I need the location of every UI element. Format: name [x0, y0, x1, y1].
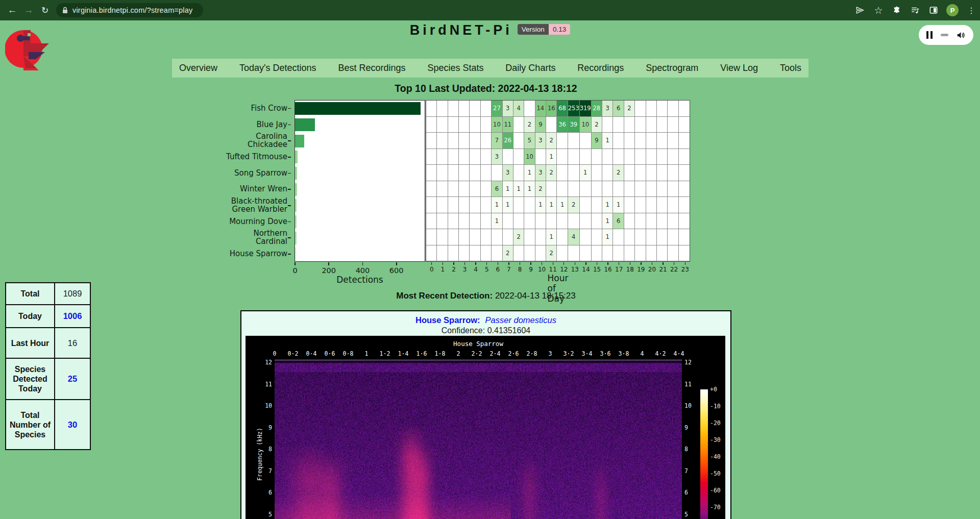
- profile-avatar[interactable]: P: [946, 4, 959, 16]
- freq-tick-label-right: 8: [684, 446, 705, 453]
- pause-button[interactable]: [926, 31, 933, 39]
- heatmap-cell: [426, 165, 437, 181]
- stats-value[interactable]: 1006: [55, 305, 90, 328]
- reload-icon[interactable]: ↻: [37, 3, 53, 18]
- heatmap-cell: [426, 229, 437, 245]
- species-tick: [288, 205, 291, 206]
- heatmap-cell: [448, 229, 459, 245]
- freq-tick-label-left: 9: [252, 424, 272, 431]
- heatmap-cell: [557, 133, 568, 149]
- stats-value[interactable]: 25: [55, 358, 90, 400]
- heatmap-cell: 1: [613, 197, 624, 213]
- colorbar-tick-label: -60: [710, 487, 721, 494]
- heatmap-cell: [470, 197, 480, 213]
- side-panel-icon[interactable]: [928, 5, 939, 16]
- heatmap-cell: [448, 133, 459, 149]
- heatmap-cell: [580, 229, 592, 245]
- heatmap-cell: 2: [592, 117, 602, 133]
- heatmap-cell: 1: [492, 197, 502, 213]
- freq-tick-label-left: 12: [252, 359, 272, 366]
- hour-tick: [564, 262, 564, 265]
- hour-tick: [530, 262, 531, 265]
- nav-item-today-s-detections[interactable]: Today's Detections: [239, 63, 316, 73]
- heatmap-cell: [459, 197, 470, 213]
- heatmap-cell: 2: [513, 229, 524, 245]
- heatmap-cell: 5: [524, 133, 535, 149]
- bar-xtick-label: 0: [292, 266, 297, 275]
- hour-tick-label: 23: [681, 266, 689, 273]
- version-value: 0.13: [549, 24, 570, 35]
- nav-item-overview[interactable]: Overview: [179, 63, 217, 73]
- heatmap-cell: [635, 181, 646, 197]
- heatmap-cell: [657, 197, 668, 213]
- browser-menu-icon[interactable]: ⋮: [966, 5, 977, 16]
- heatmap-cell: [426, 181, 437, 197]
- heatmap-cell: [668, 229, 678, 245]
- heatmap-cell: [470, 229, 480, 245]
- heatmap-cell: [580, 197, 592, 213]
- hour-tick-label: 14: [582, 266, 590, 273]
- colorbar-tick-label: -10: [710, 403, 721, 410]
- heatmap-cell: [613, 149, 624, 165]
- extensions-icon[interactable]: [891, 5, 902, 16]
- heatmap-cell: 2: [503, 245, 513, 262]
- address-bar[interactable]: virginia.birdnetpi.com/?stream=play: [56, 3, 203, 17]
- heatmap-cell: [535, 229, 546, 245]
- nav-item-best-recordings[interactable]: Best Recordings: [338, 63, 405, 73]
- hour-tick-label: 19: [637, 266, 645, 273]
- heatmap-cell: [513, 213, 524, 230]
- heatmap-cell: [624, 229, 635, 245]
- send-icon[interactable]: [854, 5, 866, 16]
- time-tick-label: 3: [549, 350, 552, 357]
- heatmap-cell: [448, 165, 459, 181]
- heatmap-cell: [568, 213, 580, 230]
- media-playlist-icon[interactable]: [910, 5, 921, 16]
- stats-value[interactable]: 30: [55, 400, 90, 450]
- heatmap-cell: [557, 165, 568, 181]
- heatmap-cell: [513, 165, 524, 181]
- stats-row: Last Hour16: [6, 328, 90, 358]
- bar-xtick: [328, 262, 329, 265]
- heatmap-cell: [437, 197, 448, 213]
- heatmap-cell: [613, 229, 624, 245]
- heatmap-cell: 1: [557, 197, 568, 213]
- stats-label: Total Number of Species: [6, 400, 55, 450]
- species-axis: Fish CrowBlue JayCarolinaChickadeeTufted…: [209, 100, 291, 262]
- heatmap-cell: [448, 245, 459, 262]
- heatmap-cell: [679, 245, 690, 262]
- heatmap-cell: 10: [524, 149, 535, 165]
- heatmap-cell: 1: [546, 197, 557, 213]
- heatmap-cell: [646, 197, 657, 213]
- heatmap-cell: [470, 133, 480, 149]
- heatmap-cell: 9: [535, 117, 546, 133]
- heatmap-cell: [546, 213, 557, 230]
- nav-item-daily-charts[interactable]: Daily Charts: [505, 63, 555, 73]
- forward-icon[interactable]: →: [20, 3, 37, 18]
- heatmap-cell: 3: [535, 165, 546, 181]
- nav-item-spectrogram[interactable]: Spectrogram: [646, 63, 698, 73]
- seek-slider[interactable]: [941, 34, 948, 36]
- species-tick: [288, 237, 291, 238]
- nav-item-view-log[interactable]: View Log: [720, 63, 758, 73]
- hour-tick: [508, 262, 509, 265]
- nav-item-tools[interactable]: Tools: [780, 63, 801, 73]
- volume-icon[interactable]: [956, 31, 966, 40]
- nav-item-recordings[interactable]: Recordings: [577, 63, 624, 73]
- nav-bar: OverviewToday's DetectionsBest Recording…: [172, 59, 808, 78]
- hour-tick-label: 22: [670, 266, 678, 273]
- heatmap-cell: 1: [580, 165, 592, 181]
- back-icon[interactable]: ←: [4, 3, 20, 18]
- stats-label: Today: [6, 305, 55, 328]
- heatmap-cell: [602, 117, 613, 133]
- species-common-link[interactable]: House Sparrow:: [415, 315, 480, 325]
- heatmap-cell: 1: [602, 213, 613, 230]
- hour-tick-label: 5: [485, 266, 489, 273]
- detections-bar: [295, 183, 297, 196]
- confidence-label: Confidence:: [442, 326, 485, 335]
- species-latin-link[interactable]: Passer domesticus: [485, 315, 556, 325]
- bookmark-star-icon[interactable]: ☆: [873, 5, 884, 16]
- heatmap-cell: [437, 117, 448, 133]
- heatmap-cell: [437, 149, 448, 165]
- nav-item-species-stats[interactable]: Species Stats: [427, 63, 483, 73]
- hour-tick: [542, 262, 542, 265]
